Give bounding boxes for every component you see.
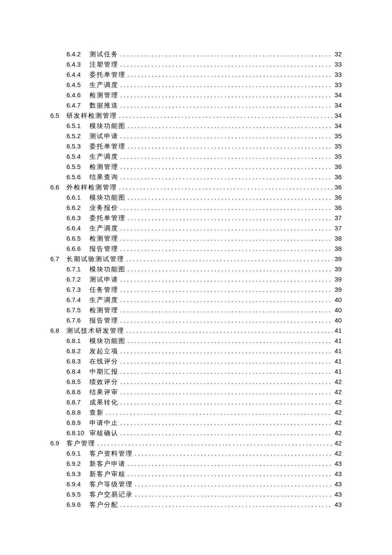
toc-entry[interactable]: 6.9客户管理42: [50, 438, 342, 448]
toc-title: 客户管理: [66, 438, 95, 448]
toc-subsection-number: 6.8.10: [66, 428, 89, 438]
toc-entry[interactable]: 6.6.6报告管理38: [50, 244, 342, 254]
toc-subsection-number: 6.6.4: [66, 223, 89, 233]
toc-leader-dots: [126, 141, 332, 151]
toc-entry[interactable]: 6.5.4生产调度35: [50, 151, 342, 162]
toc-title: 委托单管理: [89, 70, 126, 80]
toc-leader-dots: [126, 121, 332, 131]
toc-leader-dots: [118, 223, 332, 233]
toc-section-number: 6.5: [50, 110, 66, 121]
toc-entry[interactable]: 6.5.3委托单管理35: [50, 141, 342, 151]
toc-entry[interactable]: 6.8测试技术研发管理41: [50, 325, 342, 336]
toc-title: 模块功能图: [89, 336, 126, 346]
toc-leader-dots: [126, 336, 332, 346]
toc-entry[interactable]: 6.6.4生产调度37: [50, 223, 342, 233]
toc-entry[interactable]: 6.5.5检测管理36: [50, 162, 342, 172]
toc-entry[interactable]: 6.8.5绩效评分42: [50, 377, 342, 387]
toc-subsection-number: 6.5.4: [66, 151, 89, 162]
toc-entry[interactable]: 6.9.6客户分配43: [50, 500, 342, 510]
toc-entry[interactable]: 6.8.3在线评分41: [50, 356, 342, 366]
toc-subsection-number: 6.6.2: [66, 203, 89, 213]
toc-entry[interactable]: 6.8.6结果评审42: [50, 387, 342, 397]
toc-leader-dots: [118, 90, 332, 100]
toc-page-number: 43: [332, 459, 342, 469]
toc-entry[interactable]: 6.5.2测试申请35: [50, 131, 342, 141]
toc-page-number: 34: [332, 110, 342, 121]
toc-entry[interactable]: 6.8.9申请中止42: [50, 418, 342, 428]
toc-entry[interactable]: 6.8.8查新42: [50, 407, 342, 418]
toc-entry[interactable]: 6.7.3任务管理39: [50, 285, 342, 295]
toc-subsection-number: 6.7.5: [66, 305, 89, 315]
toc-entry[interactable]: 6.7长期试验测试管理39: [50, 254, 342, 264]
toc-title: 检测管理: [89, 162, 118, 172]
toc-leader-dots: [118, 428, 332, 438]
toc-leader-dots: [118, 500, 332, 510]
toc-title: 测试申请: [89, 274, 118, 285]
toc-entry[interactable]: 6.7.2测试申请39: [50, 274, 342, 285]
toc-entry[interactable]: 6.8.10审核确认42: [50, 428, 342, 438]
toc-entry[interactable]: 6.9.2新客户申请43: [50, 459, 342, 469]
toc-entry[interactable]: 6.5.1模块功能图34: [50, 121, 342, 131]
toc-leader-dots: [118, 172, 332, 182]
toc-entry[interactable]: 6.5研发样检测管理34: [50, 110, 342, 121]
toc-entry[interactable]: 6.5.6结果查询36: [50, 172, 342, 182]
toc-subsection-number: 6.9.1: [66, 448, 89, 459]
toc-title: 数据推送: [89, 100, 118, 110]
toc-page-number: 39: [332, 254, 342, 264]
toc-leader-dots: [118, 233, 332, 244]
toc-page-number: 39: [332, 264, 342, 274]
toc-subsection-number: 6.9.6: [66, 500, 89, 510]
toc-title: 客户交易记录: [89, 489, 133, 500]
toc-leader-dots: [133, 448, 332, 459]
toc-title: 检测管理: [89, 233, 118, 244]
toc-entry[interactable]: 6.4.6检测管理34: [50, 90, 342, 100]
toc-entry[interactable]: 6.7.6报告管理40: [50, 315, 342, 325]
toc-page-number: 34: [332, 90, 342, 100]
toc-leader-dots: [118, 305, 332, 315]
toc-entry[interactable]: 6.6.2业务报价36: [50, 203, 342, 213]
toc-entry[interactable]: 6.4.2测试任务32: [50, 49, 342, 59]
toc-entry[interactable]: 6.8.4中期汇报41: [50, 366, 342, 377]
toc-page-number: 35: [332, 151, 342, 162]
toc-entry[interactable]: 6.8.2发起立项41: [50, 346, 342, 356]
toc-leader-dots: [118, 131, 332, 141]
toc-subsection-number: 6.5.6: [66, 172, 89, 182]
toc-leader-dots: [118, 397, 332, 407]
toc-entry[interactable]: 6.7.4生产调度40: [50, 295, 342, 305]
toc-entry[interactable]: 6.8.7成果转化42: [50, 397, 342, 407]
toc-entry[interactable]: 6.7.1模块功能图39: [50, 264, 342, 274]
toc-leader-dots: [118, 356, 332, 366]
toc-entry[interactable]: 6.9.5客户交易记录43: [50, 489, 342, 500]
toc-entry[interactable]: 6.6.1模块功能图36: [50, 192, 342, 203]
toc-entry[interactable]: 6.6.5检测管理38: [50, 233, 342, 244]
toc-leader-dots: [133, 479, 332, 489]
toc-entry[interactable]: 6.4.7数据推送34: [50, 100, 342, 110]
toc-title: 报告管理: [89, 244, 118, 254]
toc-title: 长期试验测试管理: [66, 254, 124, 264]
toc-title: 客户资料管理: [89, 448, 133, 459]
toc-subsection-number: 6.9.4: [66, 479, 89, 489]
toc-entry[interactable]: 6.9.4客户等级管理43: [50, 479, 342, 489]
toc-entry[interactable]: 6.7.5检测管理40: [50, 305, 342, 315]
toc-subsection-number: 6.6.3: [66, 213, 89, 223]
toc-entry[interactable]: 6.6.3委托单管理37: [50, 213, 342, 223]
toc-title: 生产调度: [89, 295, 118, 305]
toc-leader-dots: [118, 274, 332, 285]
toc-entry[interactable]: 6.4.5生产调度33: [50, 80, 342, 90]
toc-leader-dots: [124, 254, 332, 264]
toc-page-number: 42: [332, 448, 342, 459]
toc-title: 查新: [89, 407, 104, 418]
toc-entry[interactable]: 6.9.3新客户审核43: [50, 469, 342, 479]
toc-subsection-number: 6.8.9: [66, 418, 89, 428]
toc-leader-dots: [117, 182, 332, 192]
toc-leader-dots: [126, 264, 332, 274]
toc-title: 报告管理: [89, 315, 118, 325]
toc-entry[interactable]: 6.6外检样检测管理36: [50, 182, 342, 192]
toc-entry[interactable]: 6.9.1客户资料管理42: [50, 448, 342, 459]
toc-entry[interactable]: 6.4.3注塑管理33: [50, 59, 342, 70]
toc-section-number: 6.6: [50, 182, 66, 192]
toc-title: 新客户申请: [89, 459, 126, 469]
toc-entry[interactable]: 6.8.1模块功能图41: [50, 336, 342, 346]
toc-entry[interactable]: 6.4.4委托单管理33: [50, 70, 342, 80]
toc-page-number: 35: [332, 141, 342, 151]
